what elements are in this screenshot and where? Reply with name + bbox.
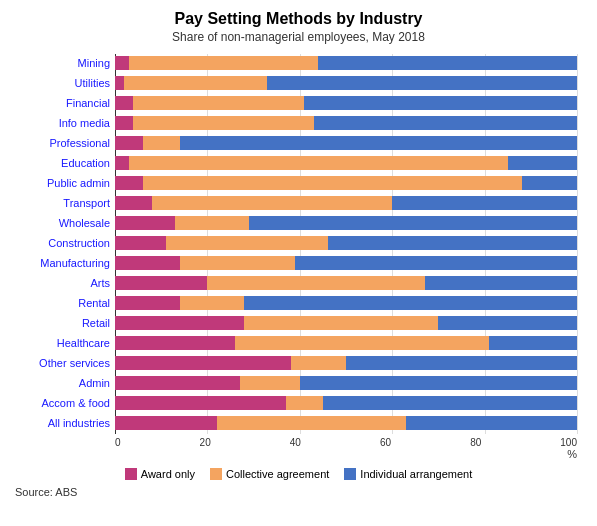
bar-collective-segment: [180, 256, 296, 270]
bar-individual-segment: [249, 216, 577, 230]
bar-individual-segment: [392, 196, 577, 210]
bar-container: [115, 336, 577, 350]
legend-item: Collective agreement: [210, 468, 329, 480]
bar-container: [115, 236, 577, 250]
bar-collective-segment: [235, 336, 489, 350]
industry-label: Education: [10, 157, 110, 169]
bar-individual-segment: [318, 56, 577, 70]
bar-container: [115, 176, 577, 190]
bar-row: Arts: [115, 274, 577, 292]
bar-row: Education: [115, 154, 577, 172]
bar-container: [115, 356, 577, 370]
industry-label: Arts: [10, 277, 110, 289]
bar-container: [115, 76, 577, 90]
bar-collective-segment: [244, 316, 438, 330]
bar-individual-segment: [438, 316, 577, 330]
bar-row: Utilities: [115, 74, 577, 92]
bar-row: All industries: [115, 414, 577, 432]
bar-award-segment: [115, 396, 286, 410]
bar-row: Rental: [115, 294, 577, 312]
legend-label: Award only: [141, 468, 195, 480]
legend-label: Collective agreement: [226, 468, 329, 480]
bar-collective-segment: [129, 56, 318, 70]
bar-award-segment: [115, 356, 291, 370]
chart-title: Pay Setting Methods by Industry: [10, 10, 587, 28]
bar-row: Professional: [115, 134, 577, 152]
industry-label: Mining: [10, 57, 110, 69]
legend-swatch: [125, 468, 137, 480]
bar-award-segment: [115, 276, 207, 290]
bar-collective-segment: [124, 76, 267, 90]
bar-collective-segment: [175, 216, 249, 230]
x-tick-label: 100: [560, 437, 577, 448]
bar-container: [115, 116, 577, 130]
legend-swatch: [210, 468, 222, 480]
bar-award-segment: [115, 156, 129, 170]
x-tick-label: 60: [380, 437, 391, 448]
x-axis: 020406080100: [10, 437, 587, 448]
bar-collective-segment: [286, 396, 323, 410]
industry-label: Retail: [10, 317, 110, 329]
bar-award-segment: [115, 56, 129, 70]
x-tick-label: 20: [200, 437, 211, 448]
bar-collective-segment: [143, 176, 522, 190]
bar-container: [115, 296, 577, 310]
industry-label: Manufacturing: [10, 257, 110, 269]
bar-collective-segment: [143, 136, 180, 150]
bar-individual-segment: [406, 416, 577, 430]
bar-collective-segment: [166, 236, 328, 250]
bar-award-segment: [115, 256, 180, 270]
bar-award-segment: [115, 96, 133, 110]
industry-label: Info media: [10, 117, 110, 129]
bar-award-segment: [115, 136, 143, 150]
bar-container: [115, 216, 577, 230]
bar-individual-segment: [300, 376, 577, 390]
chart-subtitle: Share of non-managerial employees, May 2…: [10, 30, 587, 44]
bar-award-segment: [115, 176, 143, 190]
bar-award-segment: [115, 416, 217, 430]
industry-label: Professional: [10, 137, 110, 149]
legend-swatch: [344, 468, 356, 480]
bar-award-segment: [115, 216, 175, 230]
chart-area: MiningUtilitiesFinancialInfo mediaProfes…: [10, 54, 587, 434]
bar-container: [115, 256, 577, 270]
bar-container: [115, 396, 577, 410]
bar-individual-segment: [314, 116, 577, 130]
legend-label: Individual arrangement: [360, 468, 472, 480]
bar-award-segment: [115, 76, 124, 90]
bar-individual-segment: [304, 96, 577, 110]
bar-container: [115, 416, 577, 430]
bar-row: Admin: [115, 374, 577, 392]
bar-row: Transport: [115, 194, 577, 212]
bar-row: Public admin: [115, 174, 577, 192]
bar-individual-segment: [489, 336, 577, 350]
industry-label: Other services: [10, 357, 110, 369]
industry-label: Accom & food: [10, 397, 110, 409]
bar-collective-segment: [129, 156, 508, 170]
industry-label: Public admin: [10, 177, 110, 189]
bar-award-segment: [115, 316, 244, 330]
bar-individual-segment: [425, 276, 577, 290]
bar-container: [115, 96, 577, 110]
industry-label: Utilities: [10, 77, 110, 89]
industry-label: Financial: [10, 97, 110, 109]
industry-label: Wholesale: [10, 217, 110, 229]
bar-award-segment: [115, 116, 133, 130]
bar-container: [115, 136, 577, 150]
industry-label: Healthcare: [10, 337, 110, 349]
bar-collective-segment: [240, 376, 300, 390]
bar-collective-segment: [291, 356, 346, 370]
bar-award-segment: [115, 376, 240, 390]
x-percent: %: [10, 448, 587, 460]
bar-collective-segment: [152, 196, 392, 210]
bar-award-segment: [115, 196, 152, 210]
bar-row: Manufacturing: [115, 254, 577, 272]
bar-individual-segment: [522, 176, 577, 190]
bar-row: Healthcare: [115, 334, 577, 352]
bar-individual-segment: [295, 256, 577, 270]
industry-label: Transport: [10, 197, 110, 209]
bar-individual-segment: [267, 76, 577, 90]
bar-individual-segment: [346, 356, 577, 370]
bar-row: Accom & food: [115, 394, 577, 412]
bar-container: [115, 376, 577, 390]
